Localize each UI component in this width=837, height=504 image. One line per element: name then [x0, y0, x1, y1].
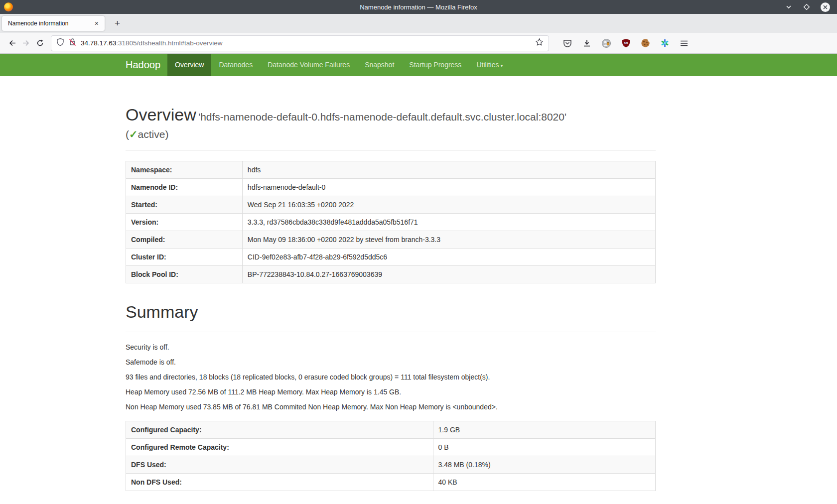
page-content: Overview 'hdfs-namenode-default-0.hdfs-n… — [126, 104, 656, 491]
nav-tab-startup-progress[interactable]: Startup Progress — [402, 54, 469, 76]
hadoop-navbar: Hadoop Overview Datanodes Datanode Volum… — [0, 54, 837, 76]
row-value: CID-9ef02e83-afb7-4f28-ab29-6f592d5dd5c6 — [242, 248, 655, 265]
summary-line: Safemode is off. — [126, 357, 656, 367]
svg-text:U0: U0 — [624, 41, 628, 44]
namenode-status: (✓active) — [126, 128, 656, 140]
reload-icon[interactable] — [33, 36, 47, 50]
tab-bar: Namenode information × + — [0, 14, 837, 33]
tab-title: Namenode information — [8, 20, 93, 27]
status-text: active) — [138, 128, 169, 140]
summary-title: Summary — [126, 302, 656, 322]
chevron-down-icon: ▾ — [501, 63, 503, 68]
row-label: Namespace: — [126, 161, 243, 178]
tab-namenode-information[interactable]: Namenode information × — [2, 16, 105, 31]
row-value: Mon May 09 18:36:00 +0200 2022 by stevel… — [242, 231, 655, 248]
row-label: Namenode ID: — [126, 178, 243, 196]
url-bar[interactable]: 34.78.17.63:31805/dfshealth.html#tab-ove… — [51, 35, 549, 51]
row-value: hdfs — [242, 161, 655, 178]
summary-line: 93 files and directories, 18 blocks (18 … — [126, 372, 656, 382]
bookmark-star-icon[interactable] — [535, 38, 544, 48]
row-label: Configured Remote Capacity: — [126, 438, 433, 456]
row-label: Compiled: — [126, 231, 243, 248]
row-label: DFS Used: — [126, 456, 433, 473]
url-path: :31805/dfshealth.html#tab-overview — [116, 39, 222, 47]
maximize-icon[interactable] — [803, 3, 811, 11]
cookie-extension-icon[interactable] — [640, 38, 651, 49]
window-titlebar: Namenode information — Mozilla Firefox — [0, 0, 837, 14]
row-value: 3.48 MB (0.18%) — [433, 456, 655, 473]
summary-line: Heap Memory used 72.56 MB of 111.2 MB He… — [126, 387, 656, 397]
back-icon[interactable] — [5, 36, 19, 50]
forward-icon[interactable] — [19, 36, 33, 50]
capacity-table: Configured Capacity: 1.9 GB Configured R… — [126, 421, 656, 491]
summary-line: Security is off. — [126, 342, 656, 352]
nav-tab-snapshot[interactable]: Snapshot — [357, 54, 402, 76]
utilities-label: Utilities — [476, 61, 499, 69]
table-row: Version: 3.3.3, rd37586cbda38c338d9fe481… — [126, 213, 656, 231]
active-check-icon: ✓ — [129, 128, 138, 140]
table-row: Cluster ID: CID-9ef02e83-afb7-4f28-ab29-… — [126, 248, 656, 265]
toolbar-extension-icons: U0 — [562, 38, 690, 49]
ublock-origin-icon[interactable]: U0 — [620, 38, 631, 49]
row-value: 40 KB — [433, 473, 655, 491]
row-label: Configured Capacity: — [126, 421, 433, 438]
row-value: hdfs-namenode-default-0 — [242, 178, 655, 196]
namenode-info-table: Namespace: hdfs Namenode ID: hdfs-nameno… — [126, 161, 656, 283]
browser-toolbar: 34.78.17.63:31805/dfshealth.html#tab-ove… — [0, 33, 837, 54]
table-row: Configured Remote Capacity: 0 B — [126, 438, 656, 456]
summary-lines: Security is off. Safemode is off. 93 fil… — [126, 342, 656, 412]
namenode-address: 'hdfs-namenode-default-0.hdfs-namenode-d… — [198, 111, 566, 123]
row-value: 1.9 GB — [433, 421, 655, 438]
divider — [126, 150, 656, 151]
nav-dropdown-utilities[interactable]: Utilities▾ — [469, 54, 510, 76]
close-icon[interactable] — [821, 2, 830, 12]
table-row: Compiled: Mon May 09 18:36:00 +0200 2022… — [126, 231, 656, 248]
row-label: Cluster ID: — [126, 248, 243, 265]
overview-header: Overview 'hdfs-namenode-default-0.hdfs-n… — [126, 104, 656, 126]
tracking-shield-icon[interactable] — [56, 38, 64, 48]
row-label: Version: — [126, 213, 243, 231]
row-value: Wed Sep 21 16:03:35 +0200 2022 — [242, 196, 655, 213]
minimize-icon[interactable] — [785, 3, 793, 11]
url-text[interactable]: 34.78.17.63:31805/dfshealth.html#tab-ove… — [81, 39, 531, 47]
nav-tab-overview[interactable]: Overview — [167, 54, 211, 76]
menu-hamburger-icon[interactable] — [679, 38, 690, 49]
new-tab-button[interactable]: + — [112, 18, 123, 29]
row-value: BP-772238843-10.84.0.27-1663769003639 — [242, 265, 655, 283]
proxy-extension-icon[interactable] — [601, 38, 612, 49]
row-label: Started: — [126, 196, 243, 213]
hadoop-brand[interactable]: Hadoop — [126, 54, 167, 76]
table-row: Namespace: hdfs — [126, 161, 656, 178]
row-label: Block Pool ID: — [126, 265, 243, 283]
row-label: Non DFS Used: — [126, 473, 433, 491]
url-host: 34.78.17.63 — [81, 39, 116, 47]
overview-title: Overview — [126, 105, 196, 124]
pocket-icon[interactable] — [562, 38, 573, 49]
window-controls — [785, 2, 837, 12]
table-row: Configured Capacity: 1.9 GB — [126, 421, 656, 438]
divider — [126, 332, 656, 332]
table-row: Non DFS Used: 40 KB — [126, 473, 656, 491]
table-row: Namenode ID: hdfs-namenode-default-0 — [126, 178, 656, 196]
nav-tab-datanode-volume-failures[interactable]: Datanode Volume Failures — [260, 54, 357, 76]
multicolor-asterisk-extension-icon[interactable] — [659, 38, 670, 49]
table-row: DFS Used: 3.48 MB (0.18%) — [126, 456, 656, 473]
row-value: 0 B — [433, 438, 655, 456]
nav-tab-datanodes[interactable]: Datanodes — [211, 54, 260, 76]
table-row: Started: Wed Sep 21 16:03:35 +0200 2022 — [126, 196, 656, 213]
row-value: 3.3.3, rd37586cbda38c338d9fe481addda5a05… — [242, 213, 655, 231]
tab-close-icon[interactable]: × — [93, 19, 101, 27]
window-title: Namenode information — Mozilla Firefox — [0, 3, 837, 11]
downloads-icon[interactable] — [581, 38, 592, 49]
summary-line: Non Heap Memory used 73.85 MB of 76.81 M… — [126, 402, 656, 412]
insecure-lock-icon[interactable] — [69, 38, 76, 48]
table-row: Block Pool ID: BP-772238843-10.84.0.27-1… — [126, 265, 656, 283]
status-paren: ( — [126, 128, 129, 140]
